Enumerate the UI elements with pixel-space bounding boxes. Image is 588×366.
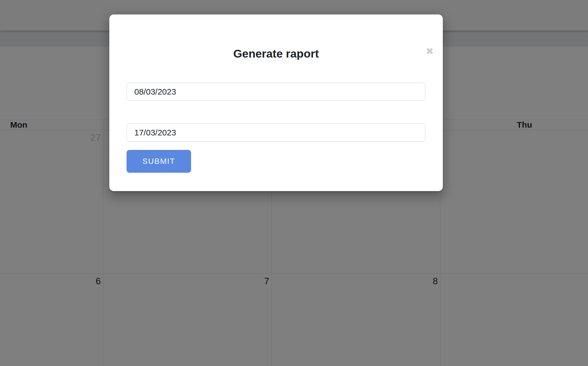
dateto-input[interactable]	[127, 123, 425, 142]
datefrom-input[interactable]	[127, 83, 425, 101]
generate-report-dialog: ✖ Generate raport dateFrom * dateTo * SU…	[109, 14, 443, 191]
dialog-title: Generate raport	[109, 47, 443, 60]
submit-button[interactable]: SUBMIT	[127, 150, 191, 173]
